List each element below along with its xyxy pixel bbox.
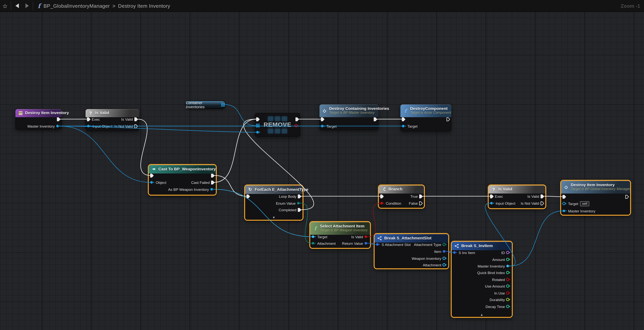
node-header[interactable]: ↠Cast To BP_WeaponInventory bbox=[149, 165, 216, 174]
breakinv-master-out-pin[interactable]: Master Inventory bbox=[478, 264, 511, 268]
foreach-exec-in-pin[interactable] bbox=[246, 194, 250, 198]
breadcrumb-root[interactable]: BP_GlobalInventoryManager bbox=[44, 3, 110, 9]
node-cast[interactable]: ↠Cast To BP_WeaponInventoryObjectCast Fa… bbox=[149, 165, 216, 195]
isvalid1-valid-out-pin[interactable]: Is Valid bbox=[121, 117, 138, 122]
destroyitem2-exec-out-pin[interactable] bbox=[625, 194, 629, 199]
remove-item-in-pin[interactable] bbox=[256, 130, 260, 134]
pin-label: False bbox=[409, 201, 418, 205]
cast-exec-out-pin[interactable] bbox=[211, 173, 215, 178]
breakslot-atype-out-pin[interactable]: Attachment Type bbox=[414, 242, 447, 247]
breakinv-id-out-pin[interactable]: ID bbox=[501, 250, 511, 255]
default-value-self[interactable]: self bbox=[580, 201, 589, 206]
branch-false-out-pin[interactable]: False bbox=[409, 201, 423, 206]
favorite-button[interactable]: ☆ bbox=[0, 0, 10, 12]
node-foreach[interactable]: ↻ForEach E_AttachmentTypeLoop BodyEnum V… bbox=[245, 186, 302, 220]
event-exec-out-pin[interactable] bbox=[57, 117, 60, 122]
node-remove[interactable]: REMOVE bbox=[255, 113, 300, 136]
destroyitem2-master-in-pin[interactable]: Master Inventory bbox=[562, 208, 596, 213]
variable-node-pill[interactable]: Container Inventories bbox=[186, 101, 226, 108]
branch-cond-in-pin[interactable]: Condition bbox=[380, 201, 401, 206]
node-breakslot[interactable]: Break S_AttachmentSlotS Attachment SlotA… bbox=[374, 234, 448, 268]
node-header[interactable]: ◇Destroy Item InventoryTarget is BP Glob… bbox=[561, 181, 630, 194]
cast-object-in-pin[interactable]: Object bbox=[150, 180, 166, 185]
breakinv-amount-out-pin[interactable]: Amount bbox=[492, 257, 511, 262]
isvalid2-exec-in-pin[interactable]: Exec bbox=[490, 194, 503, 198]
destroycont-target-in-pin[interactable]: Target bbox=[321, 124, 337, 128]
forward-button[interactable] bbox=[22, 0, 32, 12]
breadcrumb-leaf[interactable]: Destroy Item Inventory bbox=[118, 3, 170, 9]
destroycomp-exec-in-pin[interactable] bbox=[402, 117, 406, 122]
breakslot-attach-out-pin[interactable]: Attachment bbox=[423, 262, 447, 267]
isvalid1-notvalid-out-pin[interactable]: Is Not Valid bbox=[114, 124, 138, 128]
destroycont-exec-out-pin[interactable] bbox=[374, 117, 377, 122]
destroycont-exec-in-pin[interactable] bbox=[321, 117, 324, 122]
breakinv-decay-out-pin[interactable]: Decay Time bbox=[486, 304, 511, 309]
node-header[interactable]: ◇Destroy Containing InventoriesTarget is… bbox=[320, 104, 378, 117]
cast-failed-out-pin[interactable]: Cast Failed bbox=[191, 180, 215, 185]
isvalid2-valid-out-pin[interactable]: Is Valid bbox=[528, 194, 544, 198]
node-branch[interactable]: BranchConditionTrueFalse bbox=[379, 186, 424, 208]
isvalid1-input-in-pin[interactable]: Input Object bbox=[87, 124, 112, 128]
node-event[interactable]: Destroy Item InventoryMaster Inventory bbox=[16, 109, 62, 130]
remove-array-in-pin[interactable] bbox=[256, 123, 260, 128]
node-header[interactable]: ?Is Valid bbox=[86, 109, 139, 117]
remove-exec-in-pin[interactable] bbox=[256, 117, 260, 122]
node-header[interactable]: fSelect Attachment ItemTarget is BP Weap… bbox=[310, 222, 370, 235]
node-header[interactable]: Branch bbox=[379, 186, 424, 194]
select-target-in-pin[interactable]: Target bbox=[312, 234, 328, 239]
branch-exec-in-pin[interactable] bbox=[380, 194, 384, 198]
remove-bool-out-pin[interactable] bbox=[294, 123, 299, 128]
node-header[interactable]: Break S_AttachmentSlot bbox=[374, 234, 448, 242]
node-header[interactable]: Destroy Item Inventory bbox=[16, 109, 62, 117]
variable-label: Container Inventories bbox=[186, 100, 219, 109]
node-header[interactable]: fDestroyComponentTarget is Actor Compone… bbox=[400, 104, 451, 117]
select-ret-out-pin[interactable]: Return Value bbox=[342, 241, 369, 246]
pin-label: Attachment bbox=[317, 241, 336, 246]
breakinv-useamt-out-pin[interactable]: Use Amount bbox=[485, 284, 511, 288]
breakinv-qbi-out-pin[interactable]: Quick Bind Index bbox=[477, 270, 511, 275]
event-master-out-pin[interactable]: Master Inventory bbox=[28, 124, 61, 128]
isvalid2-input-in-pin[interactable]: Input Object bbox=[490, 201, 515, 206]
cast-exec-in-pin[interactable] bbox=[150, 173, 154, 178]
node-breakinv[interactable]: Break S_InvItemS Inv ItemIDAmountMaster … bbox=[452, 242, 512, 317]
destroycomp-exec-out-pin[interactable] bbox=[446, 117, 450, 122]
collapse-node-arrow[interactable]: ▲ bbox=[452, 313, 512, 317]
breakinv-inuse-out-pin[interactable]: In Use bbox=[494, 291, 511, 295]
breakslot-item-out-pin[interactable]: Item bbox=[434, 249, 447, 254]
destroyitem2-exec-in-pin[interactable] bbox=[562, 194, 566, 199]
node-header[interactable]: ↻ForEach E_AttachmentType bbox=[245, 186, 302, 194]
foreach-completed-out-pin[interactable]: Completed bbox=[279, 208, 302, 212]
branch-true-out-pin[interactable]: True bbox=[410, 194, 423, 198]
foreach-enum-out-pin[interactable]: Enum Value bbox=[276, 201, 302, 206]
breakinv-rotated-out-pin[interactable]: Rotated bbox=[492, 277, 511, 282]
isvalid1-exec-in-pin[interactable]: Exec bbox=[87, 117, 100, 122]
node-select[interactable]: fSelect Attachment ItemTarget is BP Weap… bbox=[310, 222, 370, 248]
cast-as-out-pin[interactable]: As BP Weapon Inventory bbox=[168, 187, 215, 192]
breakinv-in-pin[interactable]: S Inv Item bbox=[453, 250, 475, 255]
node-destroycont[interactable]: ◇Destroy Containing InventoriesTarget is… bbox=[320, 104, 378, 130]
node-isvalid1[interactable]: ?Is ValidExecInput ObjectIs ValidIs Not … bbox=[86, 109, 139, 131]
breakinv-durability-out-pin[interactable]: Durability bbox=[490, 297, 511, 302]
remove-exec-out-pin[interactable] bbox=[295, 117, 299, 122]
expand-node-arrow[interactable]: ▼ bbox=[245, 216, 302, 220]
destroyitem2-target-in-pin[interactable]: Targetself bbox=[562, 201, 589, 206]
pin-label: S Attachment Slot bbox=[382, 242, 411, 246]
node-title: Is Valid bbox=[498, 187, 512, 192]
node-destroyitem2[interactable]: ◇Destroy Item InventoryTarget is BP Glob… bbox=[561, 181, 630, 215]
select-attach-in-pin[interactable]: Attachment bbox=[312, 241, 336, 246]
blueprint-graph[interactable]: Destroy Item InventoryMaster Inventory?I… bbox=[0, 0, 644, 330]
breakslot-winv-out-pin[interactable]: Weapon Inventory bbox=[412, 256, 447, 260]
destroycomp-target-in-pin[interactable]: Target bbox=[402, 124, 418, 128]
node-destroycomp[interactable]: fDestroyComponentTarget is Actor Compone… bbox=[400, 104, 451, 131]
select-isvalid-out-pin[interactable]: Is Valid bbox=[351, 234, 369, 239]
array-pin[interactable] bbox=[221, 103, 226, 106]
wire-cast.exec_out-to-foreach.exec_in bbox=[214, 176, 247, 196]
node-header[interactable]: Break S_InvItem bbox=[452, 242, 512, 250]
foreach-loopbody-out-pin[interactable]: Loop Body bbox=[279, 194, 302, 198]
node-header[interactable]: ?Is Valid bbox=[489, 186, 545, 194]
breakslot-in-pin[interactable]: S Attachment Slot bbox=[376, 242, 411, 247]
back-button[interactable] bbox=[12, 0, 22, 12]
pin-label: Input Object bbox=[496, 201, 515, 205]
node-isvalid2[interactable]: ?Is ValidExecInput ObjectIs ValidIs Not … bbox=[489, 186, 545, 208]
isvalid2-notvalid-out-pin[interactable]: Is Not Valid bbox=[521, 201, 544, 206]
